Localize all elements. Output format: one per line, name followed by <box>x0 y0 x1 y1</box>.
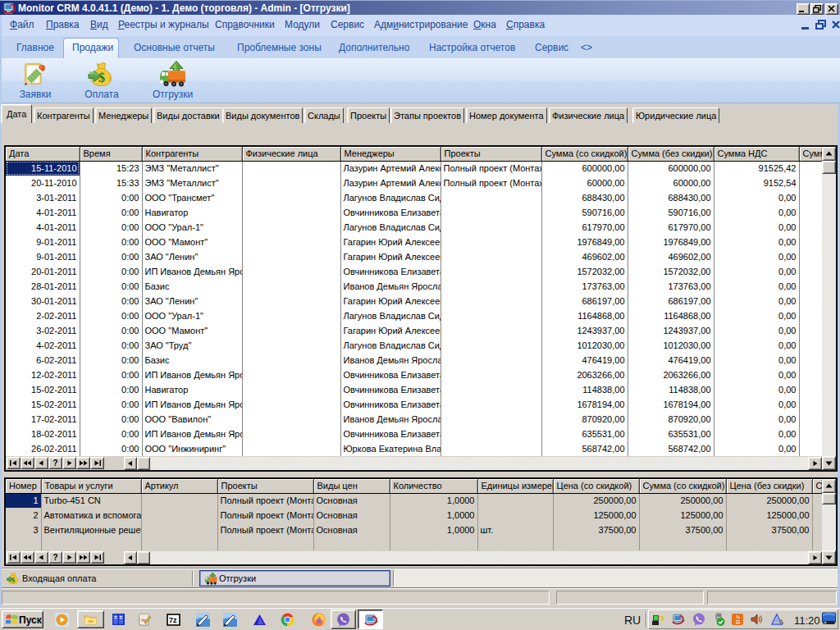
svg-text:7z: 7z <box>169 616 177 624</box>
